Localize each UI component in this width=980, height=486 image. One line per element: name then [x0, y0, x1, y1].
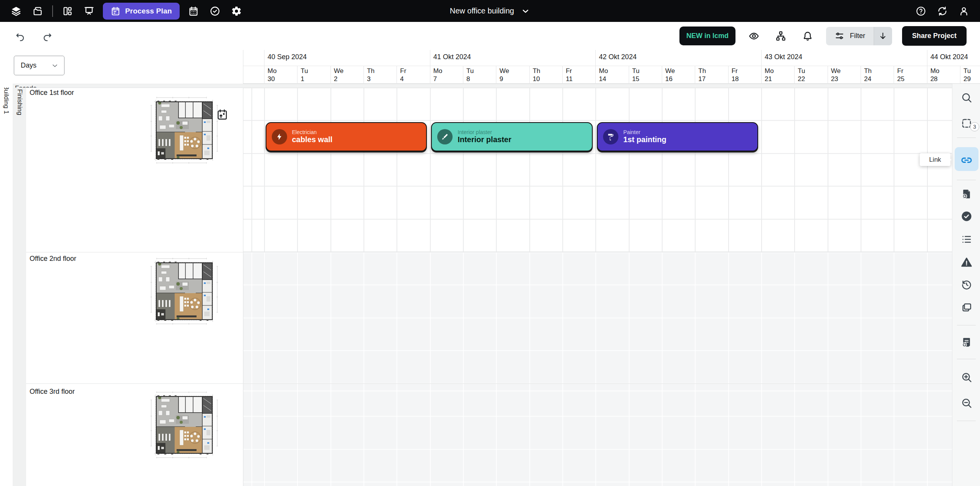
floor-label[interactable]: Office 2nd floor — [30, 255, 76, 263]
process-plan-button[interactable]: Process Plan — [103, 3, 180, 20]
filter-button[interactable]: Filter — [826, 27, 874, 45]
task-trade-icon — [437, 129, 453, 144]
new-in-lcmd-badge[interactable]: NEW in lcmd — [679, 27, 735, 45]
day-header-Th-3: Th3 — [364, 66, 397, 84]
redo-icon[interactable] — [41, 30, 53, 42]
share-project-button[interactable]: Share Project — [902, 26, 967, 46]
day-header-row: Mo30Tu1We2Th3Fr4Mo7Tu8We9Th10Fr11Mo14Tu1… — [243, 66, 980, 84]
grid-office-3rd-floor[interactable] — [243, 384, 952, 486]
day-header-Fr-25: Fr25 — [894, 66, 927, 84]
projects-folder-icon[interactable] — [27, 2, 48, 20]
floor-plan-image — [146, 255, 223, 328]
building-column[interactable]: Building 1 — [0, 88, 13, 486]
right-tool-rail: 3 — [952, 84, 980, 486]
task-name: cables wall — [292, 135, 333, 144]
day-header-We-9: We9 — [496, 66, 529, 84]
floor-plan-image — [146, 94, 223, 167]
tasks-check-icon[interactable] — [204, 2, 226, 20]
secondary-toolbar: NEW in lcmd — [0, 22, 980, 50]
day-header-Mo-28: Mo28 — [927, 66, 960, 84]
notifications-bell-icon[interactable] — [799, 30, 816, 42]
grid-office-1st-floor[interactable] — [243, 88, 952, 252]
week-header-row: 40 Sep 202441 Okt 202442 Okt 202443 Okt … — [243, 50, 980, 66]
section-office-3rd-floor: Office 3rd floor — [26, 383, 952, 486]
task-bar-interior-plaster[interactable]: Interior plasterInterior plaster — [431, 122, 593, 151]
floor-label[interactable]: Office 3rd floor — [30, 388, 75, 396]
task-bar-1st-painting[interactable]: Painter1st painting — [597, 122, 759, 151]
add-note-icon[interactable] — [952, 337, 980, 348]
day-header-Tu-29: Tu29 — [960, 66, 980, 84]
zoom-in-icon[interactable] — [952, 371, 980, 383]
task-trade: Electrician — [292, 129, 333, 135]
selection-count-badge: 3 — [970, 122, 979, 131]
history-icon[interactable] — [952, 279, 980, 290]
day-header-Th-24: Th24 — [861, 66, 894, 84]
rail-divider — [957, 421, 976, 421]
phase-column[interactable]: Finishing — [13, 88, 26, 486]
floor-label[interactable]: Office 1st floor — [30, 89, 74, 97]
settings-gear-icon[interactable] — [226, 2, 247, 20]
task-trade-icon — [603, 129, 618, 144]
day-header-Tu-1: Tu1 — [297, 66, 330, 84]
collapsed-section-facade[interactable]: Facade — [13, 84, 952, 88]
zoom-out-icon[interactable] — [952, 397, 980, 409]
time-scale-value: Days — [21, 61, 36, 70]
sync-icon[interactable] — [932, 2, 953, 20]
week-header-2: 42 Okt 2024 — [595, 50, 761, 66]
board-layout-icon[interactable] — [57, 2, 78, 20]
rail-divider — [957, 180, 976, 180]
rail-divider — [957, 325, 976, 325]
floor-plan-thumbnail[interactable] — [146, 255, 223, 328]
rail-divider — [957, 138, 976, 138]
views-windows-icon[interactable] — [952, 302, 980, 313]
day-header-Fr-4: Fr4 — [397, 66, 430, 84]
chevron-down-icon — [51, 62, 59, 70]
building-label: Building 1 — [2, 88, 10, 114]
search-icon[interactable] — [952, 91, 980, 104]
link-tool-icon[interactable] — [952, 154, 980, 166]
week-header-1: 41 Okt 2024 — [430, 50, 596, 66]
calendar-icon[interactable] — [183, 2, 204, 20]
jump-to-date-icon[interactable] — [216, 108, 228, 121]
day-header-We-23: We23 — [828, 66, 861, 84]
week-header-4: 44 Okt 2024 — [927, 50, 980, 66]
visibility-eye-icon[interactable] — [745, 30, 762, 42]
day-header-We-16: We16 — [662, 66, 695, 84]
process-plan-icon — [111, 6, 121, 16]
task-bar-cables-wall[interactable]: Electriciancables wall — [266, 122, 427, 151]
done-check-icon[interactable] — [952, 211, 980, 222]
help-icon[interactable] — [910, 2, 932, 20]
day-header-We-2: We2 — [331, 66, 364, 84]
project-title-chevron-icon[interactable] — [521, 7, 530, 16]
floor-plan-thumbnail[interactable] — [146, 94, 223, 167]
filter-sliders-icon — [835, 31, 844, 41]
layers-logo-icon[interactable] — [5, 2, 27, 20]
week-header-3: 43 Okt 2024 — [761, 50, 927, 66]
undo-icon[interactable] — [15, 30, 26, 42]
left-panel-header: Days — [0, 50, 243, 84]
plan-canvas: Building 1 Finishing Office 1st floor — [0, 88, 980, 486]
warnings-icon[interactable] — [952, 257, 980, 268]
task-trade: Interior plaster — [458, 129, 511, 135]
day-header-Tu-22: Tu22 — [794, 66, 827, 84]
project-title[interactable]: New office building — [450, 7, 514, 15]
day-header-Th-10: Th10 — [529, 66, 562, 84]
list-view-icon[interactable] — [952, 234, 980, 245]
top-app-bar: Process Plan New office building — [0, 0, 980, 22]
app-window: Process Plan New office building — [0, 0, 980, 486]
grid-office-2nd-floor[interactable] — [243, 252, 952, 383]
user-account-icon[interactable] — [953, 2, 975, 20]
day-header-Fr-11: Fr11 — [562, 66, 595, 84]
link-tooltip-text: Link — [929, 156, 941, 164]
time-scale-select[interactable]: Days — [14, 56, 64, 75]
link-tooltip: Link — [920, 153, 950, 166]
hierarchy-sitemap-icon[interactable] — [772, 30, 789, 42]
process-plan-label: Process Plan — [125, 7, 172, 15]
day-header-Th-17: Th17 — [695, 66, 728, 84]
filter-expand-button[interactable] — [874, 27, 892, 45]
presentation-icon[interactable] — [78, 2, 100, 20]
baseline-import-icon[interactable] — [952, 188, 980, 200]
rail-divider — [957, 359, 976, 359]
floor-plan-image — [146, 388, 223, 461]
floor-plan-thumbnail[interactable] — [146, 388, 223, 461]
